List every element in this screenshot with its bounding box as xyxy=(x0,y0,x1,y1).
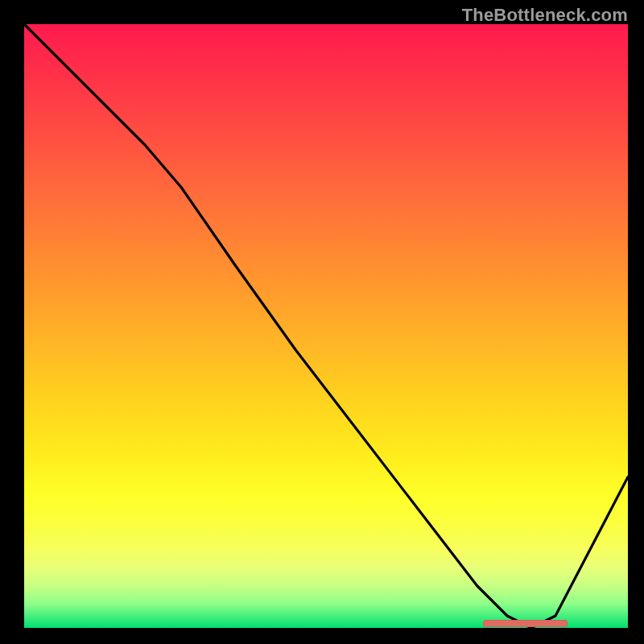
valley-highlight-bar xyxy=(483,620,568,627)
bottleneck-curve xyxy=(24,24,628,628)
plot-frame xyxy=(24,24,628,628)
watermark-text: TheBottleneck.com xyxy=(462,5,628,26)
bottleneck-curve-svg xyxy=(24,24,628,628)
